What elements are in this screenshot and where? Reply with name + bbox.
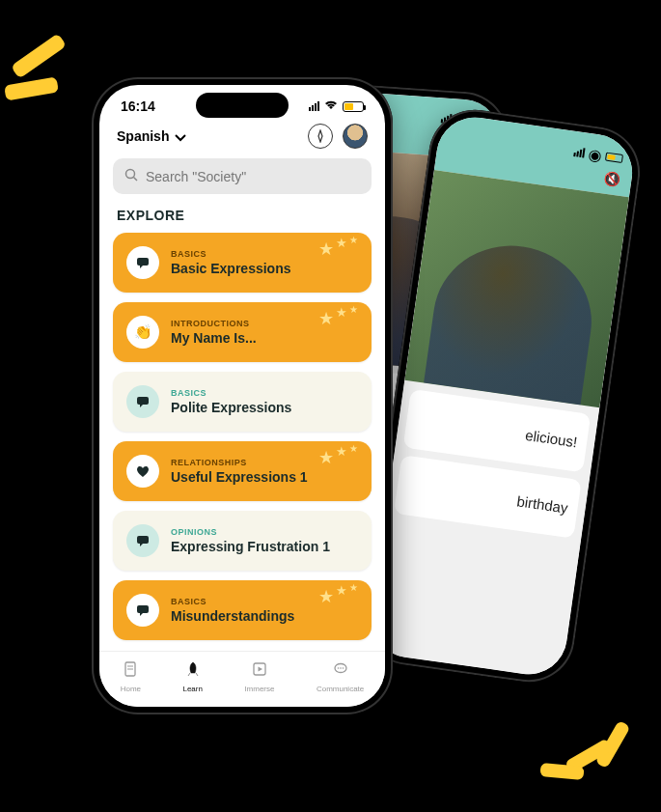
card-icon [126,594,159,627]
tab-label: Immerse [244,685,274,693]
lesson-card[interactable]: RELATIONSHIPSUseful Expressions 1★★★ [113,441,372,501]
lesson-card[interactable]: BASICSPolite Expressions [113,372,372,432]
tab-label: Learn [182,685,202,693]
stars-icon: ★★★ [318,308,358,329]
card-title: My Name Is... [171,330,257,346]
signal-icon [573,147,585,157]
svg-point-13 [342,667,344,669]
wifi-icon [324,99,338,113]
svg-rect-2 [137,258,149,266]
card-title: Basic Expressions [171,261,291,276]
signal-icon [309,101,319,111]
search-placeholder: Search "Society" [146,169,246,184]
section-title: EXPLORE [99,208,385,233]
tab-bar: HomeLearnImmerseCommunicate [99,651,385,707]
card-icon [126,246,159,279]
card-title: Expressing Frustration 1 [171,539,330,554]
card-icon [126,524,159,557]
card-icon [126,455,159,488]
card-icon: 👏 [126,316,159,349]
lesson-card[interactable]: OPINIONSExpressing Frustration 1 [113,511,372,571]
tab-label: Communicate [317,685,364,693]
language-label: Spanish [117,128,169,144]
card-title: Polite Expressions [171,400,291,415]
svg-point-11 [337,667,339,669]
rocket-icon [184,660,202,683]
lesson-card[interactable]: BASICSBasic Expressions★★★ [113,233,372,293]
card-category: INTRODUCTIONS [171,319,257,328]
tab-home[interactable]: Home [121,660,141,693]
search-icon [124,168,138,184]
svg-point-12 [340,667,342,669]
phone-front: 16:14 Spanish [92,77,393,714]
tab-communicate[interactable]: Communicate [317,660,364,693]
tab-label: Home [121,685,141,693]
card-title: Misunderstandings [171,608,294,624]
lesson-card[interactable]: 👏INTRODUCTIONSMy Name Is...★★★ [113,302,372,362]
stars-icon: ★★★ [318,238,358,260]
svg-line-1 [134,178,138,182]
svg-point-0 [126,170,135,179]
card-category: OPINIONS [171,527,330,537]
compass-icon[interactable] [308,124,333,149]
chevron-down-icon [175,129,186,145]
stars-icon: ★★★ [318,586,358,607]
mute-icon[interactable]: 🔇 [602,171,620,188]
svg-rect-4 [137,536,149,544]
svg-rect-5 [137,605,149,613]
card-category: BASICS [171,249,291,259]
battery-icon [605,152,623,162]
language-select[interactable]: Spanish [117,128,186,144]
card-title: Useful Expressions 1 [171,469,308,485]
bubble-icon [332,660,349,683]
search-input[interactable]: Search "Society" [113,158,372,194]
doc-icon [122,660,139,683]
clock: 16:14 [121,98,155,114]
tab-learn[interactable]: Learn [182,660,202,693]
accent-top-left [10,48,68,97]
play-icon [251,660,268,683]
card-category: BASICS [171,597,294,606]
stars-icon: ★★★ [318,447,358,468]
wifi-icon: ◉ [587,145,603,165]
avatar[interactable] [343,124,368,149]
card-icon [126,385,159,418]
card-category: BASICS [171,388,291,398]
accent-bottom-right [550,738,637,778]
battery-icon [343,101,364,112]
card-category: RELATIONSHIPS [171,458,308,467]
lesson-card[interactable]: BASICSMisunderstandings★★★ [113,580,372,640]
svg-rect-3 [137,397,149,405]
lesson-image [404,170,629,407]
tab-immerse[interactable]: Immerse [244,660,274,693]
